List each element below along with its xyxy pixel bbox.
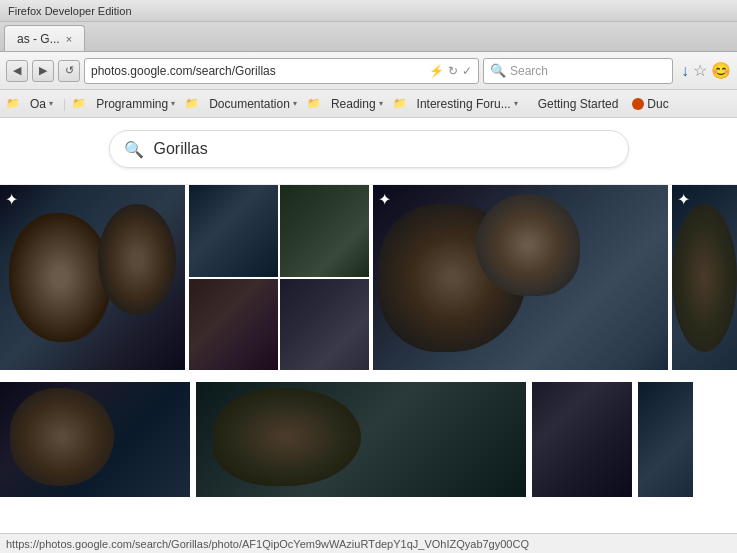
page-search-container: 🔍 Gorillas	[0, 118, 737, 185]
bookmark-favicon	[632, 98, 644, 110]
bookmark-icon-folder: 📁	[6, 97, 20, 110]
tab-close-button[interactable]: ×	[66, 33, 72, 45]
page-search-box[interactable]: 🔍 Gorillas	[109, 130, 629, 168]
photo-row-2	[0, 378, 737, 497]
photo-item[interactable]	[532, 382, 632, 497]
tab-label: as - G...	[17, 32, 60, 46]
gap	[528, 382, 530, 497]
bookmark-label: Getting Started	[538, 97, 619, 111]
bookmark-reading[interactable]: Reading ▾	[327, 95, 387, 113]
photo-item[interactable]	[0, 382, 190, 497]
separator-1: |	[63, 97, 66, 111]
bookmark-duc[interactable]: Duc	[628, 95, 672, 113]
folder-icon-4: 📁	[393, 97, 407, 110]
bookmark-label: Interesting Foru...	[417, 97, 511, 111]
photo-item[interactable]	[196, 382, 526, 497]
bookmark-label: Programming	[96, 97, 168, 111]
photo-item[interactable]: ✦	[0, 185, 185, 370]
page-search-text: Gorillas	[154, 140, 614, 158]
sparkle-icon: ✦	[5, 190, 18, 209]
photo-item[interactable]	[280, 185, 369, 277]
back-button[interactable]: ◀	[6, 60, 28, 82]
folder-icon-2: 📁	[185, 97, 199, 110]
lightning-icon: ⚡	[429, 64, 444, 78]
photo-item[interactable]: ✦	[373, 185, 668, 370]
gap	[634, 382, 636, 497]
chevron-down-icon: ▾	[514, 99, 518, 108]
chevron-down-icon: ▾	[49, 99, 53, 108]
nav-bar: ◀ ▶ ↺ photos.google.com/search/Gorillas …	[0, 52, 737, 90]
search-placeholder: Search	[510, 64, 548, 78]
photo-item[interactable]	[189, 279, 278, 371]
star-icon[interactable]: ☆	[693, 61, 707, 80]
page-search-icon: 🔍	[124, 140, 144, 159]
photo-item[interactable]	[638, 382, 693, 497]
bookmark-programming[interactable]: Programming ▾	[92, 95, 179, 113]
photo-item[interactable]	[280, 279, 369, 371]
search-icon: 🔍	[490, 63, 506, 78]
page-content: 🔍 Gorillas ✦ ✦	[0, 118, 737, 553]
browser-tab[interactable]: as - G... ×	[4, 25, 85, 51]
title-bar: Firefox Developer Edition	[0, 0, 737, 22]
folder-icon-3: 📁	[307, 97, 321, 110]
browser-title: Firefox Developer Edition	[8, 5, 132, 17]
photo-item[interactable]: ✦	[672, 185, 737, 370]
bookmark-label: Documentation	[209, 97, 290, 111]
sparkle-icon: ✦	[378, 190, 391, 209]
forward-button[interactable]: ▶	[32, 60, 54, 82]
sparkle-icon: ✦	[677, 190, 690, 209]
photo-row-1: ✦ ✦ ✦	[0, 185, 737, 370]
photo-grid-2x2	[189, 185, 369, 370]
bookmark-label: Duc	[647, 97, 668, 111]
bookmarks-bar: 📁 Oa ▾ | 📁 Programming ▾ 📁 Documentation…	[0, 90, 737, 118]
download-icon: ↓	[681, 62, 689, 80]
bookmark-oa[interactable]: Oa ▾	[26, 95, 57, 113]
bookmark-label: Reading	[331, 97, 376, 111]
check-icon: ✓	[462, 64, 472, 78]
photo-item[interactable]	[189, 185, 278, 277]
status-url: https://photos.google.com/search/Gorilla…	[6, 538, 529, 550]
browser-search-bar[interactable]: 🔍 Search	[483, 58, 673, 84]
reload-icon: ↻	[448, 64, 458, 78]
folder-icon-1: 📁	[72, 97, 86, 110]
status-bar: https://photos.google.com/search/Gorilla…	[0, 533, 737, 553]
chevron-down-icon: ▾	[293, 99, 297, 108]
bookmark-getting-started[interactable]: Getting Started	[534, 95, 623, 113]
bookmark-documentation[interactable]: Documentation ▾	[205, 95, 301, 113]
chevron-down-icon: ▾	[379, 99, 383, 108]
emoji-icon: 😊	[711, 61, 731, 80]
reload-button[interactable]: ↺	[58, 60, 80, 82]
url-bar[interactable]: photos.google.com/search/Gorillas ⚡ ↻ ✓	[84, 58, 479, 84]
bookmark-label: Oa	[30, 97, 46, 111]
tab-bar: as - G... ×	[0, 22, 737, 52]
gap	[192, 382, 194, 497]
url-text: photos.google.com/search/Gorillas	[91, 64, 425, 78]
chevron-down-icon: ▾	[171, 99, 175, 108]
bookmark-interesting-forums[interactable]: Interesting Foru... ▾	[413, 95, 522, 113]
